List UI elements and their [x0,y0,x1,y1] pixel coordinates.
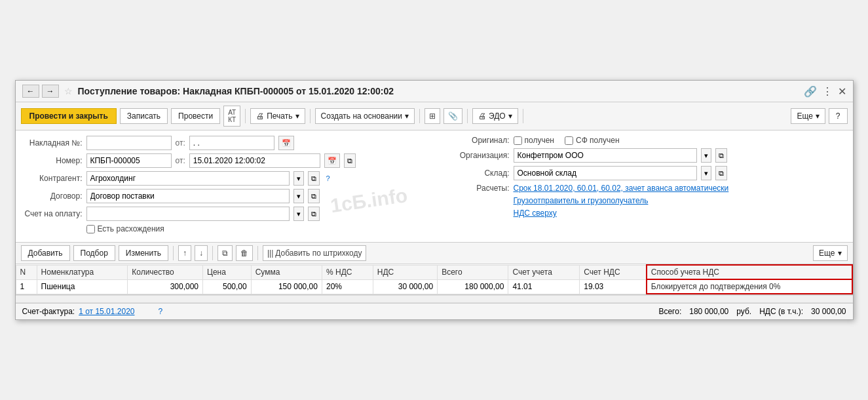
nakladnaya-input[interactable] [86,136,172,150]
table-body: 1 Пшеница 300,000 500,00 150 000,00 20% … [16,279,852,294]
status-left: Счет-фактура: 1 от 15.01.2020 ? [22,307,652,316]
raschet-link[interactable]: Срок 18.01.2020, 60.01, 60.02, зачет ава… [514,184,729,193]
original-label: Оригинал: [451,136,510,145]
status-help-icon[interactable]: ? [158,307,162,316]
add-barcode-button[interactable]: ||| Добавить по штрихкоду [263,245,367,261]
horizontal-scrollbar[interactable] [16,295,853,303]
nds-link[interactable]: НДС сверху [514,209,557,218]
schet-dropdown-icon[interactable]: ▾ [293,207,304,221]
barcode-icon: ||| [267,249,273,258]
dogovor-label: Договор: [24,191,83,201]
form-right-col: Оригинал: получен СФ получен Организация… [451,136,845,237]
sklad-dropdown-icon[interactable]: ▾ [701,166,711,180]
kontragent-open-icon[interactable]: ⧉ [308,171,320,186]
edo-label: ЭДО [489,111,506,121]
nakladnaya-date-input[interactable] [189,136,274,150]
up-button[interactable]: ↑ [178,245,191,261]
org-input[interactable] [514,148,697,163]
star-icon[interactable]: ☆ [64,86,73,96]
col-vsego: Всего [438,265,508,279]
sklad-label: Склад: [451,169,510,178]
create-basis-dropdown-icon: ▾ [405,111,409,121]
copy-row-button[interactable]: ⧉ [217,245,233,261]
nakladnaya-row: Накладная №: от: 📅 [24,136,418,150]
create-basis-label: Создать на основании [321,111,403,121]
grid-sep1 [173,246,174,260]
cell-nds: 30 000,00 [373,279,437,294]
add-barcode-label: Добавить по штрихкоду [275,249,362,258]
schet-open-icon[interactable]: ⧉ [308,207,320,221]
link-icon[interactable]: 🔗 [804,85,817,98]
edo-button[interactable]: 🖨 ЭДО ▾ [472,108,518,124]
nomer-input[interactable] [86,153,172,168]
nakladnaya-label: Накладная №: [24,138,83,148]
nomer-calendar-icon[interactable]: 📅 [324,153,340,168]
sep4 [467,109,468,123]
close-icon[interactable]: ✕ [838,85,846,98]
vsego-label: Всего: [658,307,681,316]
grid-more-label: Еще [819,249,835,258]
vsego-currency: руб. [736,307,751,316]
nakladnaya-calendar-icon[interactable]: 📅 [278,136,294,150]
sklad-input[interactable] [514,166,697,180]
more-button[interactable]: Еще ▾ [791,108,825,124]
kontragent-help-icon[interactable]: ? [324,171,333,186]
help-button[interactable]: ? [829,108,848,124]
grid-more-button[interactable]: Еще ▾ [813,245,847,261]
nds-value: 30 000,00 [811,307,846,316]
sep1 [245,109,246,123]
table-row[interactable]: 1 Пшеница 300,000 500,00 150 000,00 20% … [16,279,852,294]
polucen-checkbox[interactable] [514,136,522,145]
kontragent-dropdown-icon[interactable]: ▾ [293,171,304,186]
dogovor-dropdown-icon[interactable]: ▾ [293,189,304,203]
nomer-date-input[interactable] [189,153,320,168]
est-rashojdeniya-checkbox-label[interactable]: Есть расхождения [86,224,164,233]
original-row: Оригинал: получен СФ получен [451,136,845,145]
gruz-link[interactable]: Грузоотправитель и грузополучатель [514,196,649,205]
schet-input[interactable] [86,207,290,221]
nds-label: НДС (в т.ч.): [759,307,803,316]
forward-button[interactable]: → [42,85,59,98]
kontragent-input[interactable] [86,171,290,186]
header-row: N Номенклатура Количество Цена Сумма % Н… [16,265,852,279]
grid-toolbar: Добавить Подбор Изменить ↑ ↓ ⧉ 🗑 ||| Доб… [16,242,853,264]
raschet-label: Расчеты: [451,184,510,193]
org-label: Организация: [451,151,510,160]
schet-faktura-link[interactable]: 1 от 15.01.2020 [79,307,134,316]
schet-label: Счет на оплату: [24,209,83,218]
main-window: ← → ☆ Поступление товаров: Накладная КПБ… [15,80,854,320]
org-dropdown-icon[interactable]: ▾ [701,148,711,163]
at-kt-button[interactable]: АТКТ [223,106,240,127]
post-close-button[interactable]: Провести и закрыть [21,108,117,124]
sklad-open-icon[interactable]: ⧉ [715,166,727,180]
podbor-button[interactable]: Подбор [73,245,115,261]
cell-schet-ucheta: 41.01 [508,279,580,294]
delete-row-button[interactable]: 🗑 [236,245,253,261]
polucen-text: получен [525,136,554,145]
sklad-row: Склад: ▾ ⧉ [451,166,845,180]
clip-icon-button[interactable]: 📎 [443,108,462,124]
dogovor-open-icon[interactable]: ⧉ [308,189,320,203]
sf-polucen-checkbox[interactable] [565,136,573,145]
more-menu-icon[interactable]: ⋮ [822,85,833,98]
back-button[interactable]: ← [22,85,39,98]
izmenit-button[interactable]: Изменить [119,245,168,261]
cell-vsego: 180 000,00 [438,279,508,294]
form-section: Накладная №: от: 📅 Номер: от: 📅 ⧉ [16,130,853,242]
sf-polucen-label[interactable]: СФ получен [565,136,620,145]
down-button[interactable]: ↓ [195,245,208,261]
from-label-1: от: [176,138,185,148]
dogovor-input[interactable] [86,189,290,203]
status-bar: Счет-фактура: 1 от 15.01.2020 ? Всего: 1… [16,303,853,319]
post-button[interactable]: Провести [171,108,220,124]
toolbar: Провести и закрыть Записать Провести АТК… [16,102,853,130]
polucen-label[interactable]: получен [514,136,554,145]
create-basis-button[interactable]: Создать на основании ▾ [315,108,415,124]
save-button[interactable]: Записать [120,108,168,124]
est-rashojdeniya-checkbox[interactable] [86,225,95,233]
table-icon-button[interactable]: ⊞ [425,108,440,124]
add-button[interactable]: Добавить [21,245,70,261]
print-button[interactable]: 🖨 Печать ▾ [250,108,305,124]
org-open-icon[interactable]: ⧉ [715,148,727,163]
nomer-copy-icon[interactable]: ⧉ [344,153,356,168]
